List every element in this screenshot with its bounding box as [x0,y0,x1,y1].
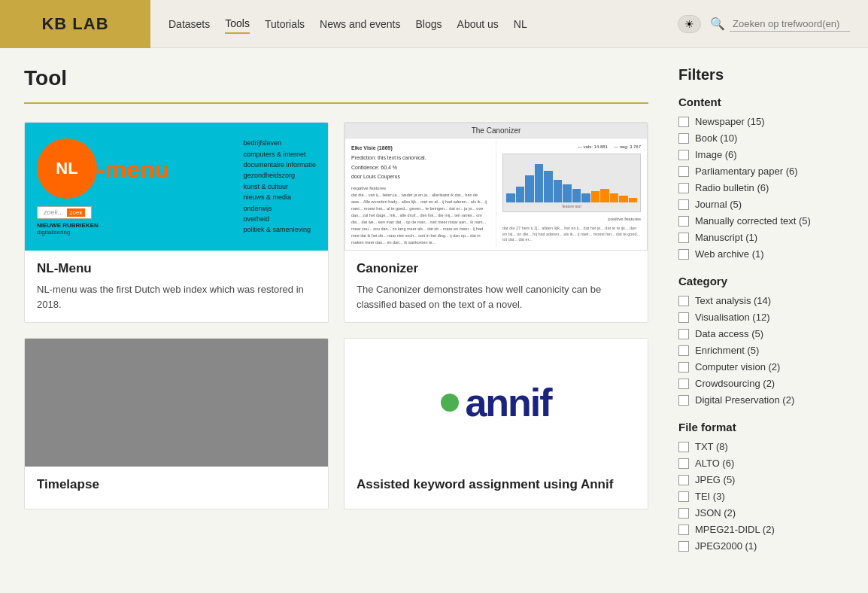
filter-section-category: Category Text analysis (14) Visualisatio… [678,275,844,406]
filter-label-crowdsourcing: Crowdsourcing (2) [695,378,775,389]
filter-item-visualisation[interactable]: Visualisation (12) [678,312,844,323]
filter-item-parliamentary[interactable]: Parliamentary paper (6) [678,166,844,177]
nav-tutorials[interactable]: Tutorials [265,15,305,33]
card-timelapse[interactable]: 1995-7 1995-21 1995-30 1998-2 1998-3 199… [24,338,329,509]
filter-item-crowdsourcing[interactable]: Crowdsourcing (2) [678,378,844,389]
filter-item-txt[interactable]: TXT (8) [678,441,844,452]
filter-label-journal: Journal (5) [695,199,742,210]
nav-datasets[interactable]: Datasets [168,15,210,33]
filter-item-web-archive[interactable]: Web archive (1) [678,248,844,260]
filter-checkbox-web-archive[interactable] [678,249,689,260]
filter-label-alto: ALTO (6) [695,458,734,469]
theme-toggle-button[interactable]: ☀ [678,15,701,33]
canonizer-mock: The Canonizer Elke Visie (1869) Predicti… [344,123,648,251]
filter-item-digital-preservation[interactable]: Digital Preservation (2) [678,394,844,406]
filter-item-manuscript[interactable]: Manuscript (1) [678,232,844,243]
filter-item-jpeg[interactable]: JPEG (5) [678,474,844,485]
filter-checkbox-image[interactable] [678,150,689,160]
filter-checkbox-book[interactable] [678,133,689,144]
filter-item-json[interactable]: JSON (2) [678,507,844,518]
filter-item-book[interactable]: Book (10) [678,132,844,144]
filter-item-newspaper[interactable]: Newspaper (15) [678,116,844,127]
nl-item-8: politiek & samenleving [243,224,316,235]
filter-label-computer-vision: Computer vision (2) [695,361,780,373]
filter-item-image[interactable]: Image (6) [678,149,844,160]
filter-label-jpeg: JPEG (5) [695,474,735,485]
bar-11 [610,193,619,202]
nl-item-5: nieuws & media [243,192,316,202]
filter-checkbox-txt[interactable] [678,442,689,452]
filter-item-computer-vision[interactable]: Computer vision (2) [678,361,844,373]
filter-label-newspaper: Newspaper (15) [695,116,765,127]
filter-checkbox-digital-preservation[interactable] [678,395,689,406]
filter-checkbox-manuscript[interactable] [678,233,689,243]
filter-section-file-format: File format TXT (8) ALTO (6) JPEG (5) TE… [678,421,844,552]
filter-checkbox-newspaper[interactable] [678,117,689,127]
filter-checkbox-crowdsourcing[interactable] [678,379,689,389]
filter-item-text-analysis[interactable]: Text analysis (14) [678,295,844,306]
filters-title: Filters [678,66,844,84]
canonizer-positive-label: positive features [502,217,641,221]
header: KB LAB Datasets Tools Tutorials News and… [0,0,868,48]
card-nl-menu[interactable]: NL -menu zoek... zoek NIEUWE RUBRIEKEN d… [24,122,329,323]
logo[interactable]: KB LAB [41,14,108,34]
canonizer-right: — vals: 14.881 — neg: 3.767 [496,138,647,247]
bar-8 [581,193,590,202]
card-canonizer[interactable]: The Canonizer Elke Visie (1869) Predicti… [344,122,648,323]
bar-9 [591,191,600,202]
filter-checkbox-tei[interactable] [678,491,689,502]
filter-item-jpeg2000[interactable]: JPEG2000 (1) [678,540,844,552]
nl-menu-right: bedrijfsleven computers & internet docum… [243,138,316,236]
filter-checkbox-computer-vision[interactable] [678,362,689,373]
filter-checkbox-journal[interactable] [678,199,689,210]
nl-item-0: bedrijfsleven [243,138,316,148]
filter-checkbox-jpeg[interactable] [678,475,689,485]
filter-label-manually-corrected: Manually corrected text (5) [695,215,811,227]
filter-checkbox-text-analysis[interactable] [678,296,689,306]
theme-icon: ☀ [684,18,694,30]
bar-chart [506,157,637,202]
filter-item-radio[interactable]: Radio bulletin (6) [678,182,844,193]
card-image-nl-menu: NL -menu zoek... zoek NIEUWE RUBRIEKEN d… [25,123,328,251]
nav-blogs[interactable]: Blogs [416,15,442,33]
filter-checkbox-jpeg2000[interactable] [678,541,689,552]
filter-item-data-access[interactable]: Data access (5) [678,328,844,339]
canonizer-legend: — vals: 14.881 — neg: 3.767 [502,144,641,149]
filter-item-journal[interactable]: Journal (5) [678,199,844,210]
filter-item-mpeg21[interactable]: MPEG21-DIDL (2) [678,524,844,535]
nav-about-us[interactable]: About us [457,15,499,33]
filter-item-manually-corrected[interactable]: Manually corrected text (5) [678,215,844,227]
filter-section-title-category: Category [678,275,844,287]
search-container: 🔍 [710,17,850,32]
main-container: Tool NL -menu [0,48,868,585]
filter-checkbox-enrichment[interactable] [678,345,689,356]
nav-tools[interactable]: Tools [225,14,250,34]
search-icon: 🔍 [710,17,725,31]
filter-label-tei: TEI (3) [695,491,725,502]
canonizer-text-sample: negative features dat die... van ij... l… [351,185,490,246]
card-annif[interactable]: annif Assisted keyword assignment using … [344,338,648,509]
filter-checkbox-parliamentary[interactable] [678,166,689,177]
filter-item-alto[interactable]: ALTO (6) [678,458,844,469]
nav-news-events[interactable]: News and events [320,15,400,33]
search-input[interactable] [730,17,850,32]
canonizer-prediction: Prediction: this text is canonical. [351,154,490,162]
card-body-timelapse: Timelapse [25,467,328,509]
filter-label-image: Image (6) [695,149,737,160]
nl-badge: NL [37,138,97,199]
filter-checkbox-data-access[interactable] [678,329,689,339]
filter-checkbox-radio[interactable] [678,183,689,193]
header-right: ☀ 🔍 [678,15,850,33]
annif-logo: annif [441,380,551,425]
nl-item-2: documentaire informatie [243,160,316,170]
filter-checkbox-mpeg21[interactable] [678,525,689,535]
filter-item-enrichment[interactable]: Enrichment (5) [678,345,844,356]
filter-checkbox-visualisation[interactable] [678,312,689,323]
filter-checkbox-manually-corrected[interactable] [678,216,689,227]
filter-checkbox-json[interactable] [678,508,689,518]
filter-item-tei[interactable]: TEI (3) [678,491,844,502]
nav-nl[interactable]: NL [514,15,527,33]
filter-checkbox-alto[interactable] [678,458,689,469]
canonizer-author: Elke Visie (1869) [351,144,490,152]
card-desc-nl-menu: NL-menu was the first Dutch web index wh… [37,282,316,312]
